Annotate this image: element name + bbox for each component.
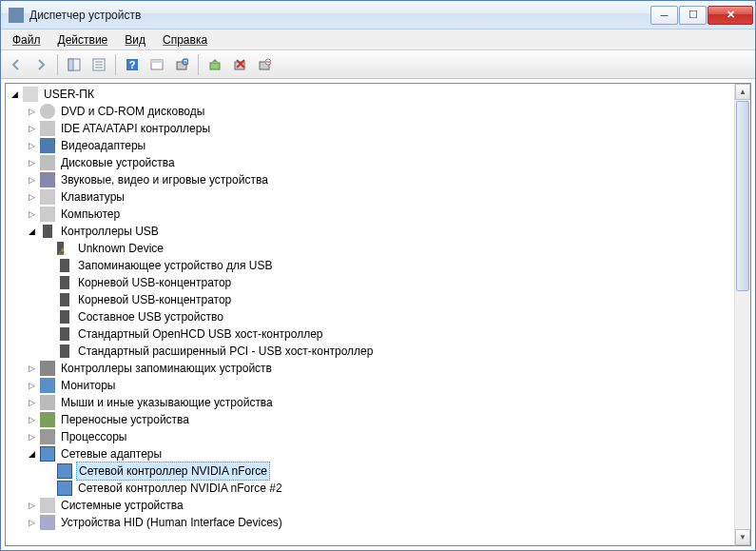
tree-item-processors[interactable]: ▷ Процессоры xyxy=(8,428,748,445)
network-card-icon xyxy=(57,481,72,496)
collapse-arrow-icon[interactable]: ▷ xyxy=(25,105,38,118)
ide-icon xyxy=(40,121,55,136)
collapse-arrow-icon[interactable]: ▷ xyxy=(25,122,38,135)
svg-text:?: ? xyxy=(129,59,136,70)
tree-item-computer[interactable]: ▷ Компьютер xyxy=(8,206,748,223)
item-label-selected: Сетевой контроллер NVIDIA nForce xyxy=(76,462,270,481)
item-label: Составное USB устройство xyxy=(76,308,225,325)
tree-item-usb-pci[interactable]: Стандартный расширенный PCI - USB хост-к… xyxy=(8,343,748,360)
menu-file[interactable]: Файл xyxy=(5,31,48,49)
tree-item-usb-unknown[interactable]: ⚠ Unknown Device xyxy=(8,240,748,257)
tree-item-dvd[interactable]: ▷ DVD и CD-ROM дисководы xyxy=(8,103,748,120)
item-label: Дисковые устройства xyxy=(59,154,177,171)
mouse-icon xyxy=(40,395,55,410)
computer-category-icon xyxy=(40,207,55,222)
tree-item-network-adapters[interactable]: ◢ Сетевые адаптеры xyxy=(8,445,748,462)
collapse-arrow-icon[interactable]: ▷ xyxy=(25,396,38,409)
tree-item-disk[interactable]: ▷ Дисковые устройства xyxy=(8,154,748,171)
item-label: Мыши и иные указывающие устройства xyxy=(59,394,275,411)
collapse-arrow-icon[interactable]: ▷ xyxy=(25,430,38,443)
item-label: Устройства HID (Human Interface Devices) xyxy=(59,514,284,531)
collapse-arrow-icon[interactable]: ▷ xyxy=(25,190,38,204)
usb-device-icon xyxy=(57,275,72,290)
tree-item-portable[interactable]: ▷ Переносные устройства xyxy=(8,411,748,428)
tree-item-storage-controllers[interactable]: ▷ Контроллеры запоминающих устройств xyxy=(8,360,748,377)
item-label: IDE ATA/ATAPI контроллеры xyxy=(59,120,212,137)
device-tree-pane[interactable]: ◢ USER-ПК ▷ DVD и CD-ROM дисководы ▷ IDE… xyxy=(5,83,751,546)
svg-rect-12 xyxy=(210,63,220,69)
show-hide-tree-button[interactable] xyxy=(63,53,86,76)
update-driver-button[interactable] xyxy=(204,53,226,76)
tree-item-net-nforce1[interactable]: Сетевой контроллер NVIDIA nForce xyxy=(8,462,748,480)
tree-root[interactable]: ◢ USER-ПК xyxy=(8,86,748,103)
collapse-arrow-icon[interactable]: ▷ xyxy=(25,516,38,529)
svg-rect-1 xyxy=(68,59,73,70)
expand-arrow-icon[interactable]: ◢ xyxy=(25,447,38,461)
tree-item-usb[interactable]: ◢ Контроллеры USB xyxy=(8,223,748,240)
item-label: Корневой USB-концентратор xyxy=(76,291,233,308)
item-label: Сетевые адаптеры xyxy=(59,445,164,462)
tree-item-usb-hub[interactable]: Корневой USB-концентратор xyxy=(8,274,748,291)
window-controls: ─ ☐ ✕ xyxy=(650,6,753,25)
expand-arrow-icon[interactable]: ◢ xyxy=(25,225,38,238)
close-button[interactable]: ✕ xyxy=(708,6,753,25)
content-area: ◢ USER-ПК ▷ DVD и CD-ROM дисководы ▷ IDE… xyxy=(1,79,755,550)
system-device-icon xyxy=(40,498,55,513)
scan-hardware-button[interactable] xyxy=(170,53,193,76)
collapse-arrow-icon[interactable]: ▷ xyxy=(25,379,38,392)
cpu-icon xyxy=(40,429,55,444)
collapse-arrow-icon[interactable]: ▷ xyxy=(25,362,38,375)
menubar: Файл Действие Вид Справка xyxy=(1,30,755,50)
tree-item-usb-storage[interactable]: Запоминающее устройство для USB xyxy=(8,257,748,274)
app-icon xyxy=(9,8,24,23)
tree-item-keyboard[interactable]: ▷ Клавиатуры xyxy=(8,188,748,206)
collapse-arrow-icon[interactable]: ▷ xyxy=(25,499,38,512)
item-label: Мониторы xyxy=(59,377,117,394)
disable-button[interactable] xyxy=(253,53,276,76)
collapse-arrow-icon[interactable]: ▷ xyxy=(25,156,38,169)
expand-arrow-icon[interactable]: ◢ xyxy=(8,88,21,101)
collapse-arrow-icon[interactable]: ▷ xyxy=(25,207,38,221)
tree-item-mice[interactable]: ▷ Мыши и иные указывающие устройства xyxy=(8,394,748,411)
forward-button[interactable] xyxy=(29,53,52,76)
svg-rect-9 xyxy=(151,60,163,63)
collapse-arrow-icon[interactable]: ▷ xyxy=(25,413,38,426)
collapse-arrow-icon[interactable]: ▷ xyxy=(25,173,38,187)
item-label: Unknown Device xyxy=(76,240,165,257)
scroll-down-button[interactable]: ▼ xyxy=(735,529,750,545)
item-label: Запоминающее устройство для USB xyxy=(76,257,274,274)
titlebar[interactable]: Диспетчер устройств ─ ☐ ✕ xyxy=(1,1,755,30)
item-label: Стандартный расширенный PCI - USB хост-к… xyxy=(76,343,375,360)
properties-toolbar-button[interactable] xyxy=(87,53,110,76)
maximize-button[interactable]: ☐ xyxy=(679,6,707,25)
tree-item-hid[interactable]: ▷ Устройства HID (Human Interface Device… xyxy=(8,514,748,531)
action-toolbar-button[interactable] xyxy=(145,53,168,76)
tree-item-ide[interactable]: ▷ IDE ATA/ATAPI контроллеры xyxy=(8,120,748,137)
tree-item-usb-openhcd[interactable]: Стандартный OpenHCD USB хост-контроллер xyxy=(8,325,748,343)
tree-item-sound[interactable]: ▷ Звуковые, видео и игровые устройства xyxy=(8,171,748,188)
tree-item-video[interactable]: ▷ Видеоадаптеры xyxy=(8,137,748,154)
menu-action[interactable]: Действие xyxy=(50,31,116,49)
tree-item-monitors[interactable]: ▷ Мониторы xyxy=(8,377,748,394)
uninstall-button[interactable] xyxy=(228,53,251,76)
device-manager-window: Диспетчер устройств ─ ☐ ✕ Файл Действие … xyxy=(0,0,756,551)
collapse-arrow-icon[interactable]: ▷ xyxy=(25,139,38,152)
menu-view[interactable]: Вид xyxy=(117,31,153,49)
item-label: Сетевой контроллер NVIDIA nForce #2 xyxy=(76,480,284,497)
computer-icon xyxy=(23,87,38,102)
scroll-thumb[interactable] xyxy=(736,101,749,291)
tree-item-net-nforce2[interactable]: Сетевой контроллер NVIDIA nForce #2 xyxy=(8,480,748,497)
toolbar-separator xyxy=(115,54,116,75)
tree-item-usb-hub[interactable]: Корневой USB-концентратор xyxy=(8,291,748,308)
vertical-scrollbar[interactable]: ▲ ▼ xyxy=(734,84,750,545)
minimize-button[interactable]: ─ xyxy=(650,6,678,25)
back-button[interactable] xyxy=(5,53,28,76)
tree-item-system[interactable]: ▷ Системные устройства xyxy=(8,497,748,514)
disc-icon xyxy=(40,104,55,119)
item-label: Корневой USB-концентратор xyxy=(76,274,233,291)
help-toolbar-button[interactable]: ? xyxy=(121,53,144,76)
menu-help[interactable]: Справка xyxy=(155,31,215,49)
scroll-up-button[interactable]: ▲ xyxy=(735,84,750,100)
tree-item-usb-composite[interactable]: Составное USB устройство xyxy=(8,308,748,325)
item-label: Контроллеры запоминающих устройств xyxy=(59,360,274,377)
